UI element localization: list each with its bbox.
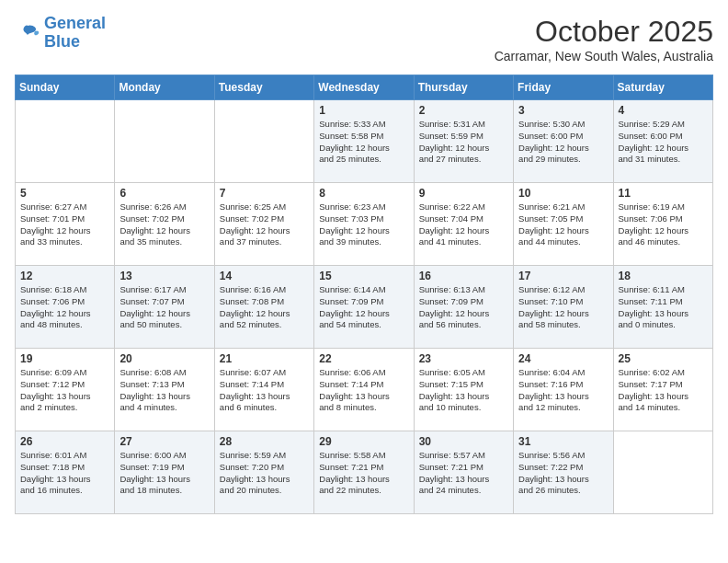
day-number: 2 <box>419 104 508 117</box>
cell-details: Sunrise: 6:13 AM Sunset: 7:09 PM Dayligh… <box>419 284 508 331</box>
day-header-wednesday: Wednesday <box>314 75 414 100</box>
day-number: 1 <box>319 104 408 117</box>
cell-details: Sunrise: 6:07 AM Sunset: 7:14 PM Dayligh… <box>220 367 309 414</box>
calendar-cell: 24Sunrise: 6:04 AM Sunset: 7:16 PM Dayli… <box>514 349 613 431</box>
cell-details: Sunrise: 6:16 AM Sunset: 7:08 PM Dayligh… <box>220 284 309 331</box>
day-header-thursday: Thursday <box>414 75 513 100</box>
calendar-cell: 12Sunrise: 6:18 AM Sunset: 7:06 PM Dayli… <box>16 266 115 349</box>
cell-details: Sunrise: 6:12 AM Sunset: 7:10 PM Dayligh… <box>518 284 608 331</box>
week-row-3: 12Sunrise: 6:18 AM Sunset: 7:06 PM Dayli… <box>16 266 713 349</box>
title-area: October 2025 Carramar, New South Wales, … <box>495 15 713 63</box>
cell-details: Sunrise: 6:02 AM Sunset: 7:17 PM Dayligh… <box>619 367 708 414</box>
day-number: 30 <box>419 435 508 448</box>
calendar-cell: 18Sunrise: 6:11 AM Sunset: 7:11 PM Dayli… <box>613 266 712 349</box>
day-number: 28 <box>220 435 309 448</box>
calendar-cell: 2Sunrise: 5:31 AM Sunset: 5:59 PM Daylig… <box>414 100 513 183</box>
calendar-body: 1Sunrise: 5:33 AM Sunset: 5:58 PM Daylig… <box>16 100 713 514</box>
cell-details: Sunrise: 6:25 AM Sunset: 7:02 PM Dayligh… <box>220 201 309 248</box>
calendar-cell: 3Sunrise: 5:30 AM Sunset: 6:00 PM Daylig… <box>514 100 613 183</box>
calendar-cell: 5Sunrise: 6:27 AM Sunset: 7:01 PM Daylig… <box>16 183 115 266</box>
calendar-cell <box>214 100 313 183</box>
day-number: 22 <box>319 352 408 365</box>
calendar-cell: 26Sunrise: 6:01 AM Sunset: 7:18 PM Dayli… <box>16 431 115 514</box>
calendar-cell: 19Sunrise: 6:09 AM Sunset: 7:12 PM Dayli… <box>16 349 115 431</box>
day-number: 7 <box>220 187 309 200</box>
calendar-cell: 16Sunrise: 6:13 AM Sunset: 7:09 PM Dayli… <box>414 266 513 349</box>
day-number: 9 <box>419 187 508 200</box>
calendar-cell: 23Sunrise: 6:05 AM Sunset: 7:15 PM Dayli… <box>414 349 513 431</box>
week-row-2: 5Sunrise: 6:27 AM Sunset: 7:01 PM Daylig… <box>16 183 713 266</box>
cell-details: Sunrise: 6:05 AM Sunset: 7:15 PM Dayligh… <box>419 367 508 414</box>
calendar-cell: 9Sunrise: 6:22 AM Sunset: 7:04 PM Daylig… <box>414 183 513 266</box>
cell-details: Sunrise: 6:00 AM Sunset: 7:19 PM Dayligh… <box>119 450 209 497</box>
cell-details: Sunrise: 6:18 AM Sunset: 7:06 PM Dayligh… <box>20 284 109 331</box>
day-number: 17 <box>518 270 608 282</box>
calendar-cell: 30Sunrise: 5:57 AM Sunset: 7:21 PM Dayli… <box>414 431 513 514</box>
calendar-cell: 11Sunrise: 6:19 AM Sunset: 7:06 PM Dayli… <box>613 183 712 266</box>
day-number: 15 <box>319 270 408 282</box>
day-number: 13 <box>119 270 209 282</box>
cell-details: Sunrise: 5:56 AM Sunset: 7:22 PM Dayligh… <box>518 450 608 497</box>
cell-details: Sunrise: 5:58 AM Sunset: 7:21 PM Dayligh… <box>319 450 408 497</box>
location: Carramar, New South Wales, Australia <box>495 49 713 63</box>
cell-details: Sunrise: 5:29 AM Sunset: 6:00 PM Dayligh… <box>619 119 708 166</box>
logo-bird-icon <box>15 22 40 44</box>
calendar-cell: 17Sunrise: 6:12 AM Sunset: 7:10 PM Dayli… <box>514 266 613 349</box>
day-number: 18 <box>619 270 708 282</box>
cell-details: Sunrise: 6:01 AM Sunset: 7:18 PM Dayligh… <box>20 450 109 497</box>
calendar-cell: 29Sunrise: 5:58 AM Sunset: 7:21 PM Dayli… <box>314 431 414 514</box>
day-number: 31 <box>518 435 608 448</box>
cell-details: Sunrise: 6:17 AM Sunset: 7:07 PM Dayligh… <box>119 284 209 331</box>
calendar-cell: 15Sunrise: 6:14 AM Sunset: 7:09 PM Dayli… <box>314 266 414 349</box>
calendar-cell: 4Sunrise: 5:29 AM Sunset: 6:00 PM Daylig… <box>613 100 712 183</box>
calendar-cell: 14Sunrise: 6:16 AM Sunset: 7:08 PM Dayli… <box>214 266 313 349</box>
day-number: 27 <box>119 435 209 448</box>
day-number: 23 <box>419 352 508 365</box>
calendar-cell <box>16 100 115 183</box>
calendar-cell: 7Sunrise: 6:25 AM Sunset: 7:02 PM Daylig… <box>214 183 313 266</box>
calendar-cell: 28Sunrise: 5:59 AM Sunset: 7:20 PM Dayli… <box>214 431 313 514</box>
calendar-cell: 31Sunrise: 5:56 AM Sunset: 7:22 PM Dayli… <box>514 431 613 514</box>
week-row-4: 19Sunrise: 6:09 AM Sunset: 7:12 PM Dayli… <box>16 349 713 431</box>
logo: General Blue <box>15 15 106 52</box>
cell-details: Sunrise: 6:22 AM Sunset: 7:04 PM Dayligh… <box>419 201 508 248</box>
day-number: 29 <box>319 435 408 448</box>
cell-details: Sunrise: 5:59 AM Sunset: 7:20 PM Dayligh… <box>220 450 309 497</box>
calendar-cell: 13Sunrise: 6:17 AM Sunset: 7:07 PM Dayli… <box>115 266 214 349</box>
cell-details: Sunrise: 5:30 AM Sunset: 6:00 PM Dayligh… <box>518 119 608 166</box>
calendar-cell: 25Sunrise: 6:02 AM Sunset: 7:17 PM Dayli… <box>613 349 712 431</box>
cell-details: Sunrise: 6:23 AM Sunset: 7:03 PM Dayligh… <box>319 201 408 248</box>
day-number: 24 <box>518 352 608 365</box>
calendar-cell <box>613 431 712 514</box>
cell-details: Sunrise: 6:19 AM Sunset: 7:06 PM Dayligh… <box>619 201 708 248</box>
day-number: 21 <box>220 352 309 365</box>
cell-details: Sunrise: 6:04 AM Sunset: 7:16 PM Dayligh… <box>518 367 608 414</box>
calendar-cell: 21Sunrise: 6:07 AM Sunset: 7:14 PM Dayli… <box>214 349 313 431</box>
week-row-5: 26Sunrise: 6:01 AM Sunset: 7:18 PM Dayli… <box>16 431 713 514</box>
cell-details: Sunrise: 5:33 AM Sunset: 5:58 PM Dayligh… <box>319 119 408 166</box>
calendar-cell: 20Sunrise: 6:08 AM Sunset: 7:13 PM Dayli… <box>115 349 214 431</box>
cell-details: Sunrise: 5:57 AM Sunset: 7:21 PM Dayligh… <box>419 450 508 497</box>
week-row-1: 1Sunrise: 5:33 AM Sunset: 5:58 PM Daylig… <box>16 100 713 183</box>
calendar-cell: 6Sunrise: 6:26 AM Sunset: 7:02 PM Daylig… <box>115 183 214 266</box>
day-header-saturday: Saturday <box>613 75 712 100</box>
calendar-cell: 8Sunrise: 6:23 AM Sunset: 7:03 PM Daylig… <box>314 183 414 266</box>
day-number: 4 <box>619 104 708 117</box>
day-number: 12 <box>20 270 109 282</box>
day-number: 19 <box>20 352 109 365</box>
logo-text: General Blue <box>44 15 106 52</box>
day-header-tuesday: Tuesday <box>214 75 313 100</box>
cell-details: Sunrise: 5:31 AM Sunset: 5:59 PM Dayligh… <box>419 119 508 166</box>
day-number: 14 <box>220 270 309 282</box>
cell-details: Sunrise: 6:09 AM Sunset: 7:12 PM Dayligh… <box>20 367 109 414</box>
day-number: 16 <box>419 270 508 282</box>
day-number: 11 <box>619 187 708 200</box>
calendar-table: SundayMondayTuesdayWednesdayThursdayFrid… <box>15 75 713 514</box>
calendar-header-row: SundayMondayTuesdayWednesdayThursdayFrid… <box>16 75 713 100</box>
cell-details: Sunrise: 6:26 AM Sunset: 7:02 PM Dayligh… <box>119 201 209 248</box>
month-title: October 2025 <box>495 15 713 49</box>
day-number: 26 <box>20 435 109 448</box>
day-header-monday: Monday <box>115 75 214 100</box>
calendar-cell: 10Sunrise: 6:21 AM Sunset: 7:05 PM Dayli… <box>514 183 613 266</box>
calendar-cell: 27Sunrise: 6:00 AM Sunset: 7:19 PM Dayli… <box>115 431 214 514</box>
